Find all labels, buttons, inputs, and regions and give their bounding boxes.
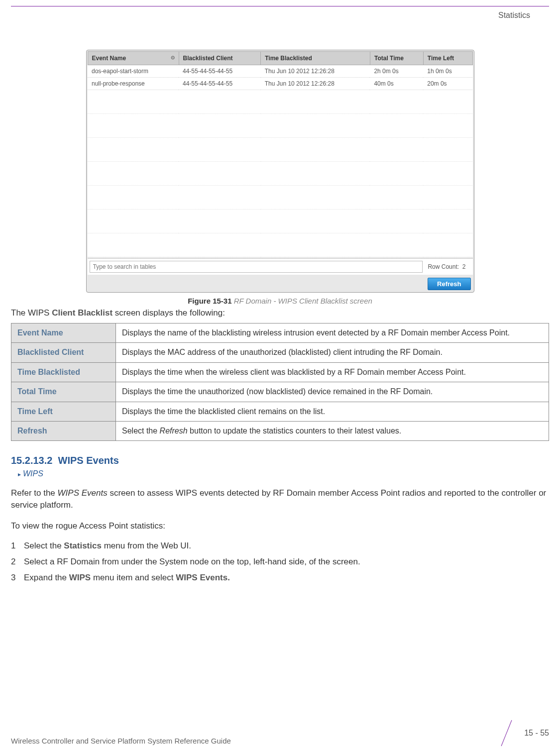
desc-label: Event Name <box>11 324 116 343</box>
step-item: 2 Select a RF Domain from under the Syst… <box>11 557 549 567</box>
page-content: Event Name⊙ Blacklisted Client Time Blac… <box>11 50 549 589</box>
table-row-empty <box>88 162 472 186</box>
step-number: 1 <box>11 541 15 551</box>
refresh-bar: Refresh <box>88 275 473 291</box>
top-rule <box>11 6 549 6</box>
cell-total: 40m 0s <box>370 78 423 90</box>
cell-event: null-probe-response <box>88 78 179 90</box>
col-event-name[interactable]: Event Name⊙ <box>88 52 179 65</box>
cell-timebl: Thu Jun 10 2012 12:26:28 <box>261 78 370 90</box>
footer-right: 15 - 55 <box>494 721 549 745</box>
desc-text: Displays the time the unauthorized (now … <box>116 382 549 402</box>
page-slash-icon <box>494 721 518 745</box>
table-footer: Row Count: 2 <box>88 258 473 275</box>
step-number: 2 <box>11 557 15 567</box>
col-total-time[interactable]: Total Time <box>370 52 423 65</box>
cell-left: 1h 0m 0s <box>423 65 472 78</box>
table-row-empty <box>88 210 472 233</box>
sort-asc-icon: ⊙ <box>171 55 175 60</box>
step-item: 3 Expand the WIPS menu item and select W… <box>11 573 549 583</box>
cell-total: 2h 0m 0s <box>370 65 423 78</box>
table-row-empty <box>88 138 472 162</box>
intro-text: The WIPS Client Blacklist screen display… <box>11 308 549 318</box>
cell-client: 44-55-44-55-44-55 <box>179 78 261 90</box>
desc-label: Blacklisted Client <box>11 343 116 362</box>
desc-label: Time Left <box>11 402 116 421</box>
page-number: 15 - 55 <box>524 729 549 738</box>
header-section-label: Statistics <box>498 11 530 20</box>
step-item: 1 Select the Statistics menu from the We… <box>11 541 549 551</box>
table-row-empty <box>88 233 472 257</box>
cell-client: 44-55-44-55-44-55 <box>179 65 261 78</box>
description-table: Event Name Displays the name of the blac… <box>11 323 549 441</box>
table-row[interactable]: dos-eapol-start-storm 44-55-44-55-44-55 … <box>88 65 472 78</box>
step-number: 3 <box>11 573 15 583</box>
col-time-left[interactable]: Time Left <box>423 52 472 65</box>
table-row[interactable]: null-probe-response 44-55-44-55-44-55 Th… <box>88 78 472 90</box>
paragraph: Refer to the WIPS Events screen to asses… <box>11 487 549 511</box>
figure-caption: Figure 15-31 RF Domain - WIPS Client Bla… <box>11 297 549 305</box>
desc-text: Displays the MAC address of the unauthor… <box>116 343 549 362</box>
table-row-empty <box>88 186 472 210</box>
cell-event: dos-eapol-start-storm <box>88 65 179 78</box>
figure-number: Figure 15-31 <box>188 297 231 305</box>
search-input[interactable] <box>90 261 423 273</box>
table-row-empty <box>88 90 472 114</box>
breadcrumb-arrow-icon: ▸ <box>18 471 21 478</box>
desc-label: Time Blacklisted <box>11 362 116 382</box>
desc-text: Displays the name of the blacklisting wi… <box>116 324 549 343</box>
footer-title: Wireless Controller and Service Platform… <box>11 737 231 745</box>
col-blacklisted-client[interactable]: Blacklisted Client <box>179 52 261 65</box>
table-row-empty <box>88 114 472 138</box>
breadcrumb: ▸WIPS <box>18 469 549 478</box>
desc-text: Displays the time when the wireless clie… <box>116 362 549 382</box>
figure-title: RF Domain - WIPS Client Blacklist screen <box>234 297 372 305</box>
step-list: 1 Select the Statistics menu from the We… <box>11 541 549 583</box>
paragraph: To view the rogue Access Point statistic… <box>11 520 549 532</box>
screenshot-panel: Event Name⊙ Blacklisted Client Time Blac… <box>86 50 474 293</box>
section-heading: 15.2.13.2 WIPS Events <box>11 455 549 466</box>
desc-text: Displays the time the blacklisted client… <box>116 402 549 421</box>
cell-left: 20m 0s <box>423 78 472 90</box>
cell-timebl: Thu Jun 10 2012 12:26:28 <box>261 65 370 78</box>
page-footer: Wireless Controller and Service Platform… <box>11 721 549 745</box>
row-count-label: Row Count: 2 <box>423 263 470 270</box>
desc-label: Total Time <box>11 382 116 402</box>
desc-text: Select the Refresh button to update the … <box>116 421 549 440</box>
blacklist-table: Event Name⊙ Blacklisted Client Time Blac… <box>88 51 473 257</box>
col-time-blacklisted[interactable]: Time Blacklisted <box>261 52 370 65</box>
desc-label: Refresh <box>11 421 116 440</box>
refresh-button[interactable]: Refresh <box>428 278 470 290</box>
